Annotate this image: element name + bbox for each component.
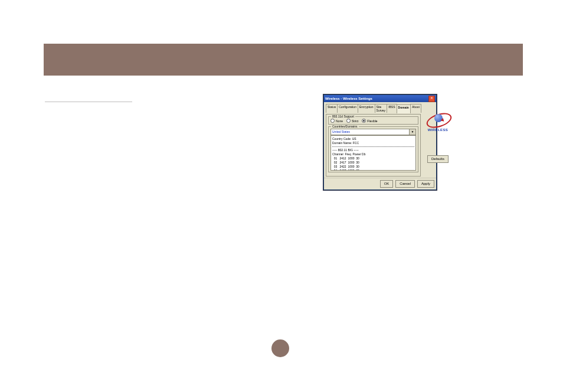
tab-encryption[interactable]: Encryption xyxy=(358,104,375,113)
defaults-button[interactable]: Defaults xyxy=(427,155,449,163)
list-header: Channel Freq Power Db xyxy=(332,152,365,156)
close-icon[interactable]: X xyxy=(428,96,435,102)
chevron-down-icon[interactable]: ▼ xyxy=(409,129,415,135)
dialog-title: Wireless - Wireless Settings xyxy=(325,95,372,102)
titlebar[interactable]: Wireless - Wireless Settings X xyxy=(324,95,436,102)
group-countries: Countries/Domains United States ▼ Countr… xyxy=(328,126,418,172)
wireless-settings-dialog: Wireless - Wireless Settings X Status Co… xyxy=(323,94,437,190)
wireless-logo-icon xyxy=(423,112,453,129)
radio-row: None Strict Flexible xyxy=(330,119,416,123)
page-number-circle xyxy=(271,339,289,357)
radio-label: Strict xyxy=(352,119,358,123)
page-banner xyxy=(44,44,523,76)
dialog-button-row: OK Cancel Apply xyxy=(324,178,436,190)
dialog-right-column: WIRELESS Defaults xyxy=(423,104,453,177)
divider xyxy=(332,146,414,147)
list-line: Domain Name: FCC xyxy=(332,141,359,145)
radio-none[interactable]: None xyxy=(330,119,343,123)
list-line: ----- 802.11 B/G ----- xyxy=(332,148,359,152)
tab-ibss[interactable]: IBSS xyxy=(387,104,397,113)
countries-legend: Countries/Domains xyxy=(331,125,359,128)
countries-combo[interactable]: United States ▼ xyxy=(330,129,416,135)
countries-value: United States xyxy=(331,129,409,135)
radio-label: Flexible xyxy=(367,119,377,123)
tab-about[interactable]: About xyxy=(410,104,421,113)
dialog-body: Status Configuration Encryption Site Sur… xyxy=(324,102,436,178)
section-underline xyxy=(45,102,132,102)
ok-button[interactable]: OK xyxy=(380,180,394,188)
tab-status[interactable]: Status xyxy=(326,104,338,113)
group-legend: 802.11d Support xyxy=(331,115,355,118)
cancel-button[interactable]: Cancel xyxy=(395,180,415,188)
tab-site-survey[interactable]: Site Survey xyxy=(375,104,388,113)
dialog-left-column: Status Configuration Encryption Site Sur… xyxy=(326,104,421,177)
list-row: 02 2417 1000 30 xyxy=(332,161,359,164)
tabpage-domain: 802.11d Support None Strict Flexible xyxy=(326,114,421,177)
apply-button[interactable]: Apply xyxy=(417,180,434,188)
tab-domain[interactable]: Domain xyxy=(397,104,411,113)
radio-strict[interactable]: Strict xyxy=(346,119,358,123)
radio-icon xyxy=(346,119,351,123)
radio-flexible[interactable]: Flexible xyxy=(362,119,377,123)
tab-configuration[interactable]: Configuration xyxy=(337,104,358,113)
list-row: 01 2412 1000 30 xyxy=(332,156,359,160)
tabstrip: Status Configuration Encryption Site Sur… xyxy=(326,104,421,113)
group-80211d: 802.11d Support None Strict Flexible xyxy=(328,116,418,125)
radio-icon xyxy=(362,119,366,123)
radio-icon xyxy=(330,119,335,123)
list-line: Country Code: US xyxy=(332,137,356,141)
list-row: 04 2427 1000 30 xyxy=(332,169,359,171)
radio-label: None xyxy=(336,119,343,123)
list-row: 03 2422 1000 30 xyxy=(332,165,359,168)
domain-info-listbox[interactable]: Country Code: US Domain Name: FCC ----- … xyxy=(330,135,416,171)
